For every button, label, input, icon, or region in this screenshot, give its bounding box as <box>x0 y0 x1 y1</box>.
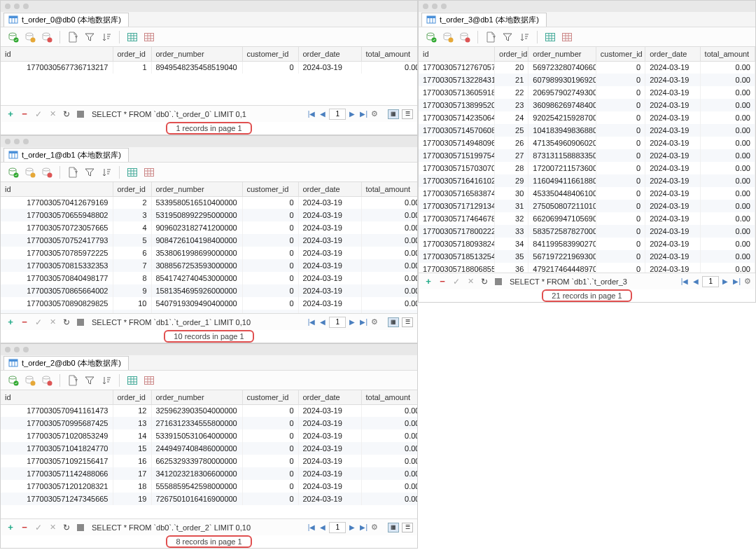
table-row[interactable]: 1770030571658387457304533504484061000000… <box>419 187 755 200</box>
db-edit-button[interactable] <box>23 373 37 387</box>
add-row-button[interactable]: + <box>423 276 434 287</box>
col-header[interactable]: order_number <box>528 47 596 61</box>
page-input[interactable] <box>702 276 719 287</box>
first-page-button[interactable]: |◀ <box>307 318 317 326</box>
table-row[interactable]: 1770030570941161473123259623903504000000… <box>1 404 417 417</box>
add-row-button[interactable]: + <box>5 317 16 328</box>
cancel-button[interactable]: ✕ <box>47 317 58 328</box>
page-input[interactable] <box>329 522 346 533</box>
reload-button[interactable]: ↻ <box>61 109 72 120</box>
col-header[interactable]: id <box>1 182 113 196</box>
table-row[interactable]: 1770030571641610241291160494116618800000… <box>419 174 755 187</box>
db-add-button[interactable] <box>6 165 20 179</box>
db-edit-button[interactable] <box>441 30 455 44</box>
pager-settings-icon[interactable]: ⚙ <box>371 109 378 118</box>
col-header[interactable]: total_amount <box>361 182 417 196</box>
table-row[interactable]: 1770030571712913409312750508072110100000… <box>419 200 755 212</box>
col-header[interactable]: order_id <box>495 47 528 61</box>
commit-button[interactable]: ✓ <box>33 109 44 120</box>
db-edit-button[interactable] <box>23 30 37 44</box>
window-dot[interactable] <box>5 4 10 9</box>
col-header[interactable]: order_id <box>113 390 151 404</box>
export-button[interactable]: ▾ <box>66 373 80 387</box>
table-row[interactable]: 1770030570785972225635380619986990000000… <box>1 247 417 259</box>
sort-button[interactable] <box>99 373 113 387</box>
col-header[interactable]: id <box>419 47 495 61</box>
grid[interactable]: idorder_idorder_numbercustomer_idorder_d… <box>1 47 417 105</box>
db-add-button[interactable] <box>6 373 20 387</box>
window-dot[interactable] <box>432 4 438 9</box>
view-grid-button[interactable] <box>125 165 139 179</box>
delete-row-button[interactable]: − <box>19 522 30 533</box>
first-page-button[interactable]: |◀ <box>307 110 317 118</box>
table-row[interactable]: 1770030571494809602264713549609060200000… <box>419 137 755 149</box>
cancel-button[interactable]: ✕ <box>465 276 476 287</box>
col-header[interactable]: total_amount <box>361 390 417 404</box>
table-row[interactable]: 1770030570723057665490960231827412000000… <box>1 221 417 234</box>
view-alt-button[interactable] <box>142 165 156 179</box>
table-row[interactable]: 1770030571041824770152449497408486000000… <box>1 442 417 455</box>
pager-settings-icon[interactable]: ⚙ <box>371 317 378 326</box>
add-row-button[interactable]: + <box>5 109 16 120</box>
table-row[interactable]: 1770030570412679169253395805165104000000… <box>1 196 417 209</box>
view-grid-button[interactable] <box>125 30 139 44</box>
table-row[interactable]: 1770030570995687425132716312334555800000… <box>1 417 417 429</box>
col-header[interactable]: customer_id <box>242 390 298 404</box>
col-header[interactable]: total_amount <box>361 47 417 61</box>
table-row[interactable]: 1770030571880685570364792174644489700000… <box>419 263 755 273</box>
col-header[interactable]: order_date <box>298 182 361 196</box>
filter-button[interactable] <box>500 30 514 44</box>
col-header[interactable]: order_id <box>113 47 151 61</box>
table-row[interactable]: 1770030571780022274335835725878270000000… <box>419 225 755 238</box>
commit-button[interactable]: ✓ <box>451 276 462 287</box>
table-row[interactable]: 1770030570815332353730885672535930000000… <box>1 259 417 272</box>
col-header[interactable]: id <box>1 390 113 404</box>
view-grid-button[interactable] <box>543 30 557 44</box>
reload-button[interactable]: ↻ <box>61 522 72 533</box>
grid[interactable]: idorder_idorder_numbercustomer_idorder_d… <box>1 182 417 313</box>
table-row[interactable]: 1770030570840498177885417427404530000000… <box>1 272 417 284</box>
col-header[interactable]: total_amount <box>700 47 755 61</box>
table-row[interactable]: 1770030571276705793205697232807406600000… <box>419 61 755 74</box>
page-input[interactable] <box>329 109 346 120</box>
table-row[interactable]: 1770030571746467841326620699471056900000… <box>419 212 755 225</box>
table-row[interactable]: 1770030571020853249145339150531064000000… <box>1 429 417 442</box>
page-input[interactable] <box>329 317 346 328</box>
stop-button[interactable] <box>75 317 86 328</box>
view-alt-button[interactable] <box>142 373 156 387</box>
tab[interactable]: t_order_1@db1 (本地数据库) <box>4 148 129 162</box>
view-alt-button[interactable] <box>560 30 574 44</box>
col-header[interactable]: customer_id <box>242 47 298 61</box>
prev-page-button[interactable]: ◀ <box>318 110 327 118</box>
tab[interactable]: t_order_2@db0 (本地数据库) <box>4 356 129 370</box>
grid-view-button[interactable]: ▦ <box>388 523 399 532</box>
last-page-button[interactable]: ▶| <box>358 523 369 531</box>
col-header[interactable]: order_date <box>298 390 361 404</box>
table-row[interactable]: 1770030571247345665197267501016416900000… <box>1 493 417 505</box>
db-remove-button[interactable] <box>40 373 54 387</box>
last-page-button[interactable]: ▶| <box>358 318 369 326</box>
table-row[interactable]: 1770030571851325442355671972219693000000… <box>419 250 755 263</box>
table-row[interactable]: 1770030570752417793590847261041984000000… <box>1 234 417 247</box>
first-page-button[interactable]: |◀ <box>680 277 690 285</box>
db-remove-button[interactable] <box>458 30 472 44</box>
table-row[interactable]: 1770030567736713217189495482354585190400… <box>1 61 417 74</box>
prev-page-button[interactable]: ◀ <box>318 318 327 326</box>
grid[interactable]: idorder_idorder_numbercustomer_idorder_d… <box>1 390 417 518</box>
db-remove-button[interactable] <box>40 30 54 44</box>
cancel-button[interactable]: ✕ <box>47 522 58 533</box>
table-row[interactable]: 1770030570655948802353195089922950000000… <box>1 209 417 221</box>
db-edit-button[interactable] <box>23 165 37 179</box>
table-row[interactable]: 1770030571809382402348411995839902700000… <box>419 238 755 250</box>
next-page-button[interactable]: ▶ <box>348 523 356 531</box>
export-button[interactable]: ▾ <box>66 165 80 179</box>
view-grid-button[interactable] <box>125 373 139 387</box>
prev-page-button[interactable]: ◀ <box>318 523 327 531</box>
sort-button[interactable] <box>99 165 113 179</box>
window-dot[interactable] <box>14 347 20 352</box>
table-row[interactable]: 1770030570890829825105407919309490400000… <box>1 297 417 310</box>
table-row[interactable]: 1770030571519975426278731311588833500000… <box>419 149 755 162</box>
col-header[interactable]: customer_id <box>242 182 298 196</box>
table-row[interactable]: 1770030570865664002915813546959260000000… <box>1 284 417 297</box>
filter-button[interactable] <box>83 30 97 44</box>
